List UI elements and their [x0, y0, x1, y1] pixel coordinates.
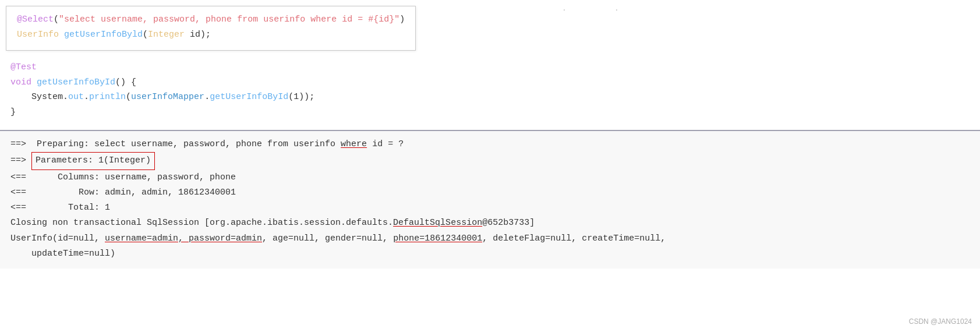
watermark: CSDN @JANG1024	[909, 316, 972, 327]
get-method: getUserInfoById	[210, 92, 288, 102]
sql-eq: =	[352, 15, 368, 24]
parameters-line: ==> Parameters: 1(Integer)	[10, 152, 970, 169]
sql-from: from	[232, 15, 263, 24]
select-annotation-line: @Select("select username, password, phon…	[17, 12, 405, 27]
sql-table: userinfo	[263, 15, 305, 24]
sql-username: username	[101, 15, 143, 24]
dots: . .	[454, 0, 980, 14]
void-line: void getUserInfoById() {	[10, 75, 444, 90]
preparing-text: Preparing: select username, password, ph…	[31, 139, 404, 149]
space	[59, 30, 64, 40]
dot2: .	[204, 92, 210, 102]
test-annotation: @Test	[10, 60, 444, 75]
param-name: id);	[185, 30, 211, 40]
println-keyword: println	[89, 92, 126, 102]
where-underline: where	[341, 139, 367, 149]
sql-comma1: ,	[143, 15, 153, 24]
sql-string: "select	[59, 15, 101, 24]
sql-id: id	[342, 15, 352, 24]
void-keyword: void	[10, 77, 31, 87]
userinfo-line: UserInfo(id=null, username=admin, passwo…	[10, 231, 970, 246]
preparing-line: ==> Preparing: select username, password…	[10, 137, 970, 152]
sql-quote-close: "	[394, 15, 399, 24]
username-underline: username=admin, password=admin	[105, 234, 262, 243]
test-method-name: getUserInfoById	[37, 77, 115, 87]
row-line: <== Row: admin, admin, 18612340001	[10, 185, 970, 200]
indent: System.	[10, 92, 68, 102]
select-annotation: @Select	[17, 15, 54, 24]
default-session-underline: DefaultSqlSession	[393, 218, 482, 228]
return-type: UserInfo	[17, 30, 59, 40]
test-paren: () {	[115, 77, 136, 87]
sql-phone: phone	[206, 15, 232, 24]
update-line: updateTime=null)	[10, 246, 970, 262]
out-keyword: out	[68, 92, 84, 102]
parameters-box: Parameters: 1(Integer)	[31, 152, 155, 169]
println-line: System.out.println(userInfoMapper.getUse…	[10, 90, 444, 105]
sql-password: password	[153, 15, 195, 24]
total-line: <== Total: 1	[10, 200, 970, 216]
mapper-ref: userInfoMapper	[131, 92, 204, 102]
brace: }	[10, 107, 16, 117]
dot: .	[84, 92, 89, 102]
closing-session-line: Closing non transactional SqlSession [or…	[10, 216, 970, 231]
annotation-code-block: @Select("select username, password, phon…	[6, 6, 416, 51]
method-name: getUserInfoByld	[64, 30, 143, 40]
paren-close: )	[399, 15, 405, 24]
closing-brace-line: }	[10, 105, 444, 120]
params-arrow: ==>	[10, 156, 31, 165]
sql-param: #{id}	[368, 15, 394, 24]
void-space	[31, 77, 37, 87]
sql-where: where	[305, 15, 342, 24]
preparing-arrow: ==>	[10, 139, 31, 149]
console-output: ==> Preparing: select username, password…	[0, 130, 980, 269]
println-arg: (	[126, 92, 131, 102]
test-code-block: @Test void getUserInfoById() { System.ou…	[0, 51, 454, 124]
columns-line: <== Columns: username, password, phone	[10, 170, 970, 185]
param-type: Integer	[148, 30, 185, 40]
method-params: (	[143, 30, 148, 40]
test-tag: @Test	[10, 62, 37, 72]
phone-underline: phone=18612340001	[393, 234, 482, 243]
arg-val: (1));	[288, 92, 314, 102]
method-line: UserInfo getUserInfoByld(Integer id);	[17, 27, 405, 43]
sql-comma2: ,	[195, 15, 206, 24]
right-panel: . .	[454, 0, 980, 130]
paren-open: (	[54, 15, 59, 24]
